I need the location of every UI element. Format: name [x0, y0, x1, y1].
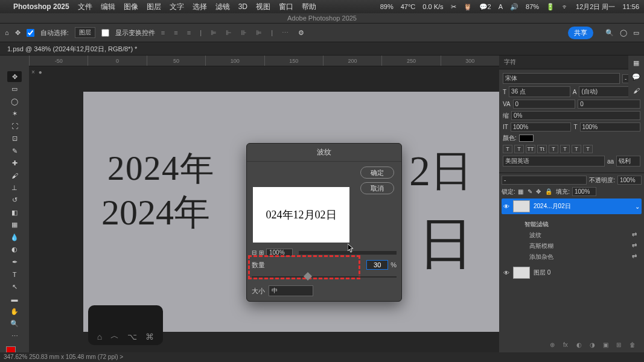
fx-icon[interactable]: fx [563, 341, 573, 350]
stamp-tool[interactable]: ⊥ [7, 182, 22, 193]
panel-icon-3[interactable]: 🖌 [633, 87, 640, 94]
underline-icon[interactable]: T [572, 145, 581, 153]
auto-select-target[interactable]: 图层 [75, 27, 95, 38]
dodge-tool[interactable]: ◐ [7, 244, 22, 255]
lock-icons[interactable]: ▦ ✎ ✥ 🔒 [518, 188, 553, 195]
workspace-icon[interactable]: ▭ [633, 29, 639, 37]
home-tb-icon[interactable]: ⌂ [97, 332, 102, 341]
cancel-button[interactable]: 取消 [360, 182, 394, 194]
mask-icon[interactable]: ◐ [576, 341, 586, 350]
shape-tool[interactable]: ▬ [7, 293, 22, 304]
gradient-tool[interactable]: ▦ [7, 220, 22, 230]
size-select[interactable]: 中 [269, 285, 313, 296]
bold-icon[interactable]: T [503, 145, 512, 153]
lasso-tool[interactable]: ◯ [7, 96, 22, 107]
slider-thumb[interactable] [304, 272, 312, 281]
panel-icon-2[interactable]: 💬 [632, 73, 640, 81]
menu-edit[interactable]: 编辑 [101, 2, 115, 12]
smallcaps-icon[interactable]: Tt [537, 145, 547, 153]
option-tb-icon[interactable]: ⌥ [127, 332, 137, 341]
layer-text[interactable]: 👁 2024...月02日 ⌄ [502, 198, 642, 214]
share-button[interactable]: 共享 [568, 27, 593, 39]
cmd-tb-icon[interactable]: ⌘ [145, 332, 154, 341]
sub-icon[interactable]: T [560, 145, 570, 153]
tracking-input[interactable]: 0 [513, 100, 576, 109]
italic-icon[interactable]: T [514, 145, 524, 153]
menu-3d[interactable]: 3D [238, 2, 247, 11]
aa-select[interactable]: 锐利 [616, 156, 640, 167]
search-icon[interactable]: 🔍 [605, 29, 614, 37]
fontsize-input[interactable]: 36 点 [509, 86, 570, 97]
blur-tool[interactable]: 💧 [7, 232, 22, 243]
strike-icon[interactable]: T [583, 145, 593, 153]
zoom-slider[interactable] [299, 251, 397, 255]
super-icon[interactable]: T [549, 145, 558, 153]
align-icons[interactable]: ≡ ≡ ≡ | ⊫ ⊩ ⊪ ⊫ | ⋯ [161, 29, 292, 37]
help-icon[interactable]: ◯ [620, 29, 627, 37]
up-tb-icon[interactable]: ︿ [110, 331, 119, 341]
volume-icon[interactable]: 🔊 [510, 3, 518, 11]
hand-tool[interactable]: ✋ [7, 306, 22, 317]
menu-view[interactable]: 视图 [256, 2, 270, 12]
eyedropper-tool[interactable]: ✎ [7, 145, 22, 156]
wechat-icon[interactable]: 💬 2 [479, 3, 491, 11]
brush-tool[interactable]: 🖌 [7, 170, 22, 181]
document-tab[interactable]: 1.psd @ 348% (2024年12月02日, RGB/8*) * [0, 42, 644, 56]
home-icon[interactable]: ⌂ [5, 29, 9, 36]
scissors-icon[interactable]: ✂ [451, 3, 456, 11]
move-tool-icon[interactable]: ✥ [15, 29, 21, 37]
filter-noise[interactable]: 添加杂色 [529, 253, 553, 261]
adjustment-icon[interactable]: ◑ [590, 341, 599, 350]
zoom-in-icon[interactable]: ⊞ [259, 249, 264, 256]
link-icon[interactable]: ⊕ [550, 341, 560, 350]
show-transform-check[interactable] [101, 29, 109, 37]
amount-input[interactable] [366, 260, 388, 270]
caps-icon[interactable]: TT [526, 145, 535, 153]
zoom-tool[interactable]: 🔍 [7, 318, 22, 329]
marquee-tool[interactable]: ▭ [7, 83, 22, 94]
history-brush[interactable]: ↺ [7, 195, 22, 206]
menu-help[interactable]: 帮助 [302, 2, 316, 12]
filter-preview[interactable]: 024年12月02日 [253, 187, 349, 243]
kerning-input[interactable]: 0 [578, 100, 640, 109]
lang-select[interactable]: 美国英语 [503, 156, 605, 167]
zoom-select[interactable]: 100% [266, 249, 293, 256]
menu-file[interactable]: 文件 [78, 2, 92, 12]
char-panel-tab[interactable]: 字符× [499, 56, 644, 69]
owl-icon[interactable]: 🦉 [464, 3, 472, 11]
fill-input[interactable]: 100% [572, 187, 596, 196]
menu-time[interactable]: 11:56 [622, 3, 639, 10]
scale-input[interactable]: 0% [511, 111, 640, 120]
trash-icon[interactable]: 🗑 [630, 341, 639, 350]
zoom-out-icon[interactable]: ⊟ [252, 249, 257, 256]
text-color-swatch[interactable] [519, 135, 534, 142]
frame-tool[interactable]: ⊡ [7, 133, 22, 144]
visibility-icon-2[interactable]: 👁 [503, 270, 509, 276]
menu-filter[interactable]: 滤镜 [215, 2, 230, 12]
app-name[interactable]: Photoshop 2025 [13, 2, 69, 11]
opacity-input[interactable]: 100% [617, 176, 642, 185]
menu-type[interactable]: 文字 [170, 2, 184, 12]
pen-tool[interactable]: ✒ [7, 256, 22, 267]
folder-icon[interactable]: ▣ [603, 341, 613, 350]
close-icon[interactable]: × [31, 69, 35, 75]
a-icon[interactable]: A [499, 3, 503, 10]
dot-icon[interactable]: ● [39, 69, 42, 75]
font-select[interactable]: 宋体 [503, 73, 620, 84]
move-tool[interactable]: ✥ [7, 71, 22, 82]
crop-tool[interactable]: ⛶ [7, 121, 22, 132]
visibility-icon[interactable]: 👁 [503, 203, 509, 210]
menu-date[interactable]: 12月2日 周一 [576, 2, 615, 11]
ok-button[interactable]: 确定 [360, 167, 394, 179]
new-layer-icon[interactable]: ⊞ [616, 341, 626, 350]
vscale-input[interactable]: 100% [511, 122, 572, 132]
type-tool[interactable]: T [7, 269, 22, 280]
filter-ripple[interactable]: 波纹 [529, 231, 541, 240]
menu-image[interactable]: 图像 [124, 2, 138, 12]
menu-layer[interactable]: 图层 [147, 2, 161, 12]
eraser-tool[interactable]: ◧ [7, 207, 22, 218]
wand-tool[interactable]: ✶ [7, 108, 22, 119]
auto-select-check[interactable] [27, 29, 34, 37]
layer-bg[interactable]: 👁 图层 0 [502, 265, 642, 281]
wifi-icon[interactable]: ᯤ [562, 3, 569, 10]
